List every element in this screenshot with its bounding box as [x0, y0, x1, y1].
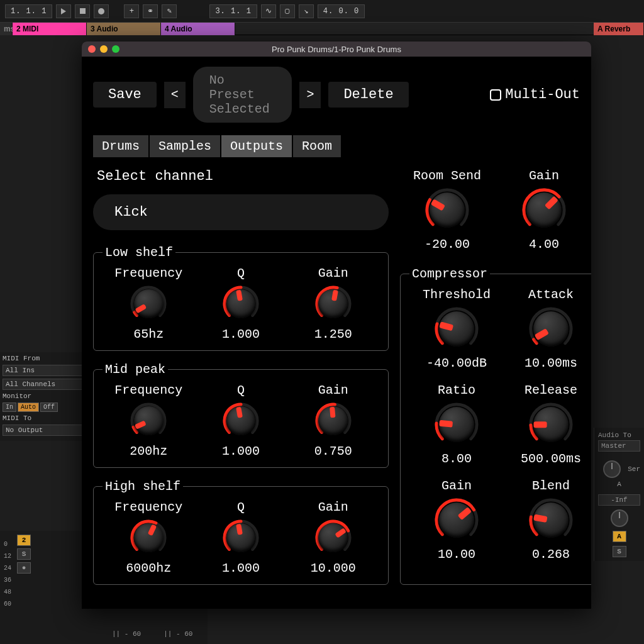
audio-to-select[interactable]: Master — [598, 440, 640, 452]
monitor-auto[interactable]: Auto — [18, 402, 39, 412]
mid-q-label: Q — [237, 383, 245, 397]
mid-gain-knob[interactable] — [315, 402, 352, 439]
loop-mode-3[interactable]: ↘ — [299, 4, 314, 18]
high-q-knob[interactable] — [223, 519, 259, 556]
high-q-label: Q — [237, 500, 245, 514]
ratio-label: Ratio — [438, 383, 475, 397]
comp-gain-knob[interactable] — [435, 498, 479, 542]
blend-label: Blend — [532, 479, 570, 493]
tab-room[interactable]: Room — [293, 135, 341, 157]
blend-knob[interactable] — [529, 498, 573, 542]
high-shelf-legend: High shelf — [103, 479, 183, 494]
transport-position-2[interactable]: 3. 1. 1 — [209, 4, 257, 18]
multiout-toggle[interactable]: Multi-Out — [490, 87, 580, 103]
threshold-label: Threshold — [423, 287, 491, 302]
ratio-knob[interactable] — [435, 402, 479, 447]
plugin-titlebar[interactable]: Pro Punk Drums/1-Pro Punk Drums — [82, 42, 591, 57]
midi-channel-select[interactable]: All Channels▼ — [3, 379, 92, 390]
send-a-label: A — [598, 480, 640, 488]
blend-value: 0.268 — [532, 547, 570, 562]
solo-button-right[interactable]: S — [613, 546, 626, 557]
mid-freq-knob[interactable] — [130, 402, 167, 439]
db-scale: 01224364860 — [4, 535, 11, 640]
pan-readout-1[interactable]: || - 60 — [112, 630, 141, 638]
select-channel-label: Select channel — [97, 169, 389, 184]
track-3-audio[interactable]: 3 Audio — [87, 23, 161, 35]
comp-gain-label: Gain — [441, 479, 472, 493]
low-shelf-group: Low shelf Frequency65hz Q1.000 Gain1.250 — [93, 245, 389, 351]
top-gain-value: 4.00 — [529, 237, 559, 252]
comp-gain-value: 10.00 — [438, 547, 475, 562]
play-button[interactable] — [56, 4, 71, 18]
tab-bar: Drums Samples Outputs Room — [93, 135, 580, 157]
stop-icon — [80, 8, 86, 14]
preset-prev-button[interactable]: < — [164, 82, 186, 108]
tab-samples[interactable]: Samples — [150, 135, 220, 157]
track-reverb[interactable]: A Reverb — [594, 23, 644, 35]
low-gain-knob[interactable] — [315, 286, 352, 322]
send-knob[interactable] — [603, 460, 621, 478]
tool-plus[interactable]: + — [124, 4, 139, 18]
midi-from-select[interactable]: All Ins▼ — [3, 365, 92, 376]
mid-freq-label: Frequency — [114, 383, 182, 397]
track-4-audio[interactable]: 4 Audio — [161, 23, 235, 35]
track-2-midi[interactable]: 2 MIDI — [13, 23, 87, 35]
transport-position-1[interactable]: 1. 1. 1 — [5, 4, 52, 18]
solo-button[interactable]: S — [17, 548, 31, 560]
attack-label: Attack — [528, 287, 574, 302]
track-left-edge[interactable]: ms — [0, 23, 13, 35]
low-q-knob[interactable] — [223, 286, 259, 322]
channel-select[interactable]: Kick — [93, 194, 389, 230]
release-knob[interactable] — [529, 402, 573, 447]
mid-freq-value: 200hz — [130, 444, 167, 458]
room-send-value: -20.00 — [425, 237, 470, 252]
delete-button[interactable]: Delete — [328, 82, 408, 108]
preset-display[interactable]: No Preset Selected — [193, 67, 292, 123]
tab-outputs[interactable]: Outputs — [221, 135, 292, 157]
monitor-off[interactable]: Off — [40, 402, 58, 412]
attack-value: 10.00ms — [525, 356, 577, 370]
track-activator[interactable]: 2 — [17, 535, 31, 546]
audio-to-label: Audio To — [598, 431, 640, 439]
pan-readout-2[interactable]: || - 60 — [164, 630, 192, 638]
mid-peak-group: Mid peak Frequency200hz Q1.000 Gain0.750 — [93, 362, 389, 468]
monitor-label: Monitor — [3, 392, 92, 400]
tool-pencil[interactable]: ✎ — [162, 4, 177, 18]
attack-knob[interactable] — [529, 307, 573, 351]
low-freq-value: 65hz — [133, 327, 164, 341]
transport-position-3[interactable]: 4. 0. 0 — [318, 4, 365, 18]
track-headers: ms 2 MIDI 3 Audio 4 Audio A Reverb — [0, 23, 644, 35]
track-io-panel: MIDI From All Ins▼ All Channels▼ Monitor… — [0, 352, 94, 441]
stop-button[interactable] — [75, 4, 90, 18]
monitor-in[interactable]: In — [3, 402, 16, 412]
low-q-label: Q — [237, 266, 245, 280]
high-shelf-group: High shelf Frequency6000hz Q1.000 Gain10… — [93, 479, 389, 585]
loop-mode-1[interactable]: ∿ — [261, 4, 276, 18]
compressor-legend: Compressor — [409, 267, 490, 281]
top-gain-knob[interactable] — [522, 188, 566, 232]
record-button[interactable] — [94, 4, 109, 18]
high-gain-label: Gain — [318, 500, 348, 514]
record-arm[interactable]: ● — [17, 562, 31, 574]
plugin-window: Pro Punk Drums/1-Pro Punk Drums Save < N… — [82, 42, 591, 609]
preset-next-button[interactable]: > — [299, 82, 321, 108]
save-button[interactable]: Save — [93, 82, 157, 108]
tab-drums[interactable]: Drums — [93, 135, 148, 157]
volume-readout[interactable]: -Inf — [598, 494, 640, 506]
mid-gain-label: Gain — [318, 383, 348, 397]
tool-link[interactable]: ⚭ — [143, 4, 158, 18]
threshold-knob[interactable] — [435, 307, 479, 351]
track-activator-a[interactable]: A — [613, 531, 626, 542]
release-label: Release — [525, 383, 577, 397]
mid-q-knob[interactable] — [223, 402, 259, 439]
loop-mode-2[interactable]: ▢ — [280, 4, 295, 18]
room-send-knob[interactable] — [425, 188, 469, 232]
low-freq-knob[interactable] — [130, 286, 167, 322]
play-icon — [61, 8, 66, 14]
pan-knob[interactable] — [611, 509, 628, 527]
record-icon — [98, 8, 104, 14]
transport-bar: 1. 1. 1 + ⚭ ✎ 3. 1. 1 ∿ ▢ ↘ 4. 0. 0 — [0, 0, 644, 23]
high-gain-knob[interactable] — [315, 519, 352, 556]
high-freq-knob[interactable] — [130, 519, 167, 556]
midi-to-select[interactable]: No Output▼ — [3, 425, 92, 436]
